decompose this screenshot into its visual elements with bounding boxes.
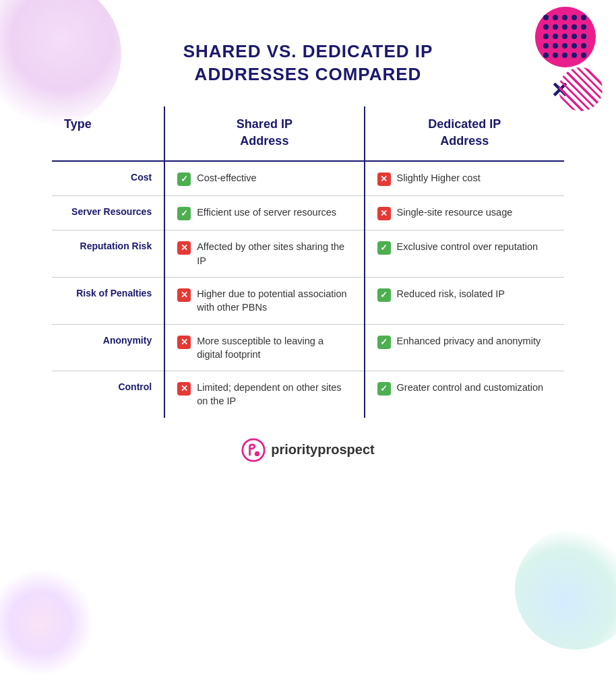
cell-dedicated: ✓Enhanced privacy and anonymity xyxy=(365,325,564,371)
brand-name-text: priorityprospect xyxy=(271,442,374,458)
blob-bottom-right xyxy=(515,528,616,650)
cell-type: Cost xyxy=(52,162,164,196)
cell-type: Reputation Risk xyxy=(52,230,164,277)
cell-type: Anonymity xyxy=(52,325,164,371)
cell-dedicated: ✓Greater control and customization xyxy=(365,371,564,418)
cell-dedicated: ✓Reduced risk, isolated IP xyxy=(365,278,564,324)
dot xyxy=(572,53,577,58)
dot xyxy=(543,43,549,49)
x-icon: ✕ xyxy=(177,382,191,396)
dot xyxy=(572,15,577,20)
blob-top-right-dots xyxy=(535,7,596,67)
cell-shared: ✕Higher due to potential association wit… xyxy=(164,278,364,324)
x-icon: ✕ xyxy=(177,288,191,302)
main-title: SHARED VS. DEDICATED IP ADDRESSES COMPAR… xyxy=(183,40,433,86)
dot xyxy=(553,34,558,39)
check-icon: ✓ xyxy=(377,288,391,302)
cell-shared-text: Limited; dependent on other sites on the… xyxy=(197,381,351,408)
cell-dedicated-text: Exclusive control over reputation xyxy=(397,240,538,253)
cell-dedicated-text: Reduced risk, isolated IP xyxy=(397,287,505,301)
cell-shared: ✕More susceptible to leaving a digital f… xyxy=(164,325,364,371)
cell-shared-text: Affected by other sites sharing the IP xyxy=(197,240,351,268)
cell-dedicated-text: Greater control and customization xyxy=(397,381,544,394)
dots-grid xyxy=(543,15,588,59)
dot xyxy=(543,34,549,39)
brand-light-text: priority xyxy=(271,442,317,457)
blob-striped-right xyxy=(559,67,603,111)
cell-shared: ✓Efficient use of server resources xyxy=(164,196,364,230)
dot xyxy=(553,15,558,20)
dot xyxy=(572,43,577,49)
cell-dedicated: ✓Exclusive control over reputation xyxy=(365,230,564,277)
dot xyxy=(581,34,586,39)
cell-shared-text: Higher due to potential association with… xyxy=(197,287,351,315)
cell-dedicated: ✕Slightly Higher cost xyxy=(365,162,564,196)
cell-type: Risk of Penalties xyxy=(52,278,164,324)
cell-dedicated-text: Slightly Higher cost xyxy=(397,171,481,185)
svg-point-1 xyxy=(255,451,259,456)
check-icon: ✓ xyxy=(377,241,391,255)
cell-shared: ✕Limited; dependent on other sites on th… xyxy=(164,371,364,418)
svg-point-0 xyxy=(243,439,264,460)
x-icon: ✕ xyxy=(377,207,391,220)
dot xyxy=(581,15,586,20)
col-header-dedicated: Dedicated IPAddress xyxy=(365,106,564,161)
blob-bottom-left xyxy=(0,569,94,677)
dot xyxy=(543,24,549,30)
col-header-type: Type xyxy=(52,106,164,161)
table-row: Cost✓Cost-effective✕Slightly Higher cost xyxy=(52,162,564,196)
table-body: Cost✓Cost-effective✕Slightly Higher cost… xyxy=(52,162,564,418)
dot xyxy=(581,24,586,30)
cell-shared-text: Cost-effective xyxy=(197,171,256,185)
dot xyxy=(543,15,549,20)
col-header-shared: Shared IPAddress xyxy=(164,106,364,161)
brand-bold-text: prospect xyxy=(317,442,374,457)
dot xyxy=(562,34,567,39)
dot xyxy=(553,24,558,30)
cell-shared: ✓Cost-effective xyxy=(164,162,364,196)
dot xyxy=(553,53,558,58)
brand-logo-icon xyxy=(241,438,266,462)
x-icon: ✕ xyxy=(377,172,391,186)
footer-brand: priorityprospect xyxy=(241,438,374,462)
cell-dedicated: ✕Single-site resource usage xyxy=(365,196,564,230)
table-header-row: Type Shared IPAddress Dedicated IPAddres… xyxy=(52,106,564,161)
dot xyxy=(562,53,567,58)
title-line2: ADDRESSES COMPARED xyxy=(195,64,422,84)
dot xyxy=(553,43,558,49)
table-row: Reputation Risk✕Affected by other sites … xyxy=(52,230,564,277)
dot xyxy=(572,24,577,30)
check-icon: ✓ xyxy=(177,207,191,220)
cell-dedicated-text: Single-site resource usage xyxy=(397,206,513,219)
dot xyxy=(581,43,586,49)
cell-type: Server Resources xyxy=(52,196,164,230)
table-row: Anonymity✕More susceptible to leaving a … xyxy=(52,325,564,371)
dot xyxy=(572,34,577,39)
table-row: Risk of Penalties✕Higher due to potentia… xyxy=(52,278,564,324)
cell-shared: ✕Affected by other sites sharing the IP xyxy=(164,230,364,277)
cell-shared-text: More susceptible to leaving a digital fo… xyxy=(197,334,351,362)
table-row: Server Resources✓Efficient use of server… xyxy=(52,196,564,230)
x-icon: ✕ xyxy=(177,336,191,349)
page-wrapper: ✕ SHARED VS. DEDICATED IP ADDRESSES COMP… xyxy=(0,0,616,690)
cell-shared-text: Efficient use of server resources xyxy=(197,206,336,219)
dot xyxy=(543,53,549,58)
comparison-table: Type Shared IPAddress Dedicated IPAddres… xyxy=(52,106,564,418)
check-icon: ✓ xyxy=(377,336,391,349)
cell-dedicated-text: Enhanced privacy and anonymity xyxy=(397,334,541,348)
dot xyxy=(562,24,567,30)
table-row: Control✕Limited; dependent on other site… xyxy=(52,371,564,418)
cell-type: Control xyxy=(52,371,164,418)
check-icon: ✓ xyxy=(177,172,191,186)
dot xyxy=(562,15,567,20)
check-icon: ✓ xyxy=(377,382,391,396)
x-icon: ✕ xyxy=(177,241,191,255)
dot xyxy=(581,53,586,58)
dot xyxy=(562,43,567,49)
title-line1: SHARED VS. DEDICATED IP xyxy=(183,41,433,61)
